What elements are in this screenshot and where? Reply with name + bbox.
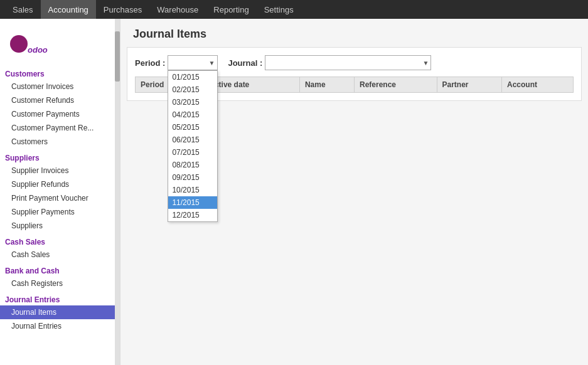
sidebar-item-supplier-refunds[interactable]: Supplier Refunds <box>0 177 120 191</box>
period-option-08-2015[interactable]: 08/2015 <box>168 159 217 171</box>
journal-filter-group: Journal : ▼ <box>228 55 431 70</box>
svg-point-0 <box>10 35 28 53</box>
sidebar-header-journal-entries[interactable]: Journal Entries <box>0 290 120 305</box>
sidebar-item-print-payment-voucher[interactable]: Print Payment Voucher <box>0 191 120 205</box>
period-filter-group: Period : ▼ 01/2015 02/2015 03/2015 04/20… <box>135 55 218 70</box>
sidebar: odoo Customers Customer Invoices Custome… <box>0 19 120 365</box>
logo-container: odoo <box>0 19 120 65</box>
sidebar-item-supplier-invoices[interactable]: Supplier Invoices <box>0 164 120 177</box>
col-name: Name <box>299 77 354 93</box>
period-option-09-2015[interactable]: 09/2015 <box>168 171 217 184</box>
main-layout: odoo Customers Customer Invoices Custome… <box>0 19 588 365</box>
col-reference: Reference <box>354 77 437 93</box>
journal-select-wrapper: ▼ <box>265 55 431 70</box>
period-label: Period : <box>135 58 165 68</box>
period-list: 01/2015 02/2015 03/2015 04/2015 05/2015 … <box>168 70 218 222</box>
sidebar-scroll-thumb <box>115 31 120 82</box>
odoo-logo: odoo <box>8 26 83 58</box>
nav-sales[interactable]: Sales <box>5 0 41 19</box>
sidebar-item-customer-invoices[interactable]: Customer Invoices <box>0 80 120 93</box>
nav-settings[interactable]: Settings <box>257 0 301 19</box>
nav-warehouse[interactable]: Warehouse <box>149 0 206 19</box>
col-partner: Partner <box>437 77 501 93</box>
period-option-10-2015[interactable]: 10/2015 <box>168 184 217 196</box>
sidebar-item-customer-payment-re[interactable]: Customer Payment Re... <box>0 121 120 135</box>
sidebar-item-customer-refunds[interactable]: Customer Refunds <box>0 93 120 107</box>
filters-row: Period : ▼ 01/2015 02/2015 03/2015 04/20… <box>135 55 574 70</box>
sidebar-header-bank-and-cash[interactable]: Bank and Cash <box>0 262 120 277</box>
svg-text:odoo: odoo <box>28 45 48 55</box>
period-dropdown[interactable]: ▼ 01/2015 02/2015 03/2015 04/2015 05/201… <box>168 55 218 70</box>
sidebar-item-journal-items[interactable]: Journal Items <box>0 305 120 319</box>
period-dropdown-arrow: ▼ <box>209 60 215 66</box>
period-option-07-2015[interactable]: 07/2015 <box>168 146 217 159</box>
period-option-03-2015[interactable]: 03/2015 <box>168 96 217 108</box>
period-option-05-2015[interactable]: 05/2015 <box>168 121 217 134</box>
sidebar-item-supplier-payments[interactable]: Supplier Payments <box>0 205 120 219</box>
sidebar-header-suppliers[interactable]: Suppliers <box>0 149 120 164</box>
journal-select[interactable] <box>265 55 431 70</box>
col-account: Account <box>502 77 574 93</box>
sidebar-item-customers[interactable]: Customers <box>0 135 120 149</box>
sidebar-item-journal-entries[interactable]: Journal Entries <box>0 319 120 333</box>
period-option-01-2015[interactable]: 01/2015 <box>168 71 217 83</box>
main-content: Journal Items Period : ▼ 01/2015 02/2015 <box>120 19 588 365</box>
period-option-02-2015[interactable]: 02/2015 <box>168 83 217 96</box>
sidebar-item-suppliers[interactable]: Suppliers <box>0 219 120 233</box>
period-option-12-2015[interactable]: 12/2015 <box>168 209 217 221</box>
nav-reporting[interactable]: Reporting <box>206 0 256 19</box>
period-input[interactable]: ▼ <box>168 55 218 70</box>
sidebar-item-customer-payments[interactable]: Customer Payments <box>0 107 120 121</box>
sidebar-item-cash-registers[interactable]: Cash Registers <box>0 277 120 290</box>
journal-label: Journal : <box>228 58 262 68</box>
sidebar-header-cash-sales[interactable]: Cash Sales <box>0 233 120 248</box>
sidebar-item-cash-sales[interactable]: Cash Sales <box>0 248 120 262</box>
page-title: Journal Items <box>120 19 588 47</box>
sidebar-scrollbar[interactable] <box>115 19 120 365</box>
content-area: Period : ▼ 01/2015 02/2015 03/2015 04/20… <box>127 47 582 101</box>
top-navigation: Sales Accounting Purchases Warehouse Rep… <box>0 0 588 19</box>
period-option-04-2015[interactable]: 04/2015 <box>168 108 217 121</box>
nav-accounting[interactable]: Accounting <box>41 0 96 19</box>
period-option-06-2015[interactable]: 06/2015 <box>168 134 217 146</box>
nav-purchases[interactable]: Purchases <box>96 0 149 19</box>
sidebar-header-customers[interactable]: Customers <box>0 65 120 80</box>
period-option-11-2015[interactable]: 11/2015 <box>168 196 217 209</box>
